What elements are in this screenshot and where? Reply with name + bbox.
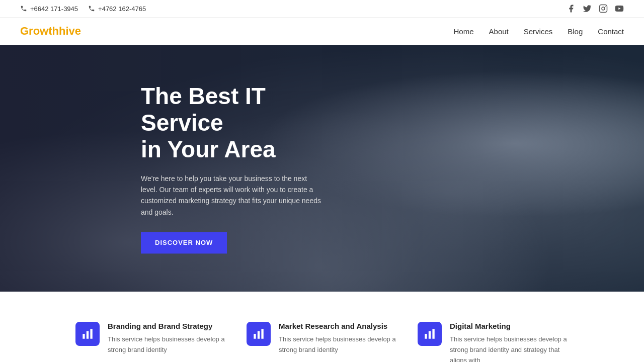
service-icon-research — [247, 322, 271, 346]
svg-point-1 — [602, 7, 605, 10]
phone-1-number: +6642 171-3945 — [30, 5, 78, 13]
service-card-research: Market Research and Analysis This servic… — [247, 322, 397, 362]
nav-links: Home About Services Blog Contact — [454, 27, 624, 36]
hero-title-line2: in Your Area — [141, 136, 276, 162]
nav-about[interactable]: About — [489, 27, 509, 36]
svg-rect-12 — [432, 329, 434, 339]
service-card-branding: Branding and Brand Strategy This service… — [75, 322, 226, 362]
service-desc-branding: This service helps businesses develop a … — [108, 334, 226, 355]
service-text-research: Market Research and Analysis This servic… — [279, 322, 397, 355]
logo-main: Growth — [20, 25, 59, 37]
topbar: +6642 171-3945 +4762 162-4765 — [0, 0, 644, 18]
hero-description: We're here to help you take your busines… — [141, 173, 322, 218]
phone-icon-2 — [88, 5, 95, 12]
service-desc-research: This service helps businesses develop a … — [279, 334, 397, 355]
bar-chart-icon-2 — [252, 327, 265, 340]
bar-chart-icon-3 — [423, 327, 436, 340]
hero-title-line1: The Best IT Service — [141, 83, 266, 136]
svg-rect-10 — [425, 334, 427, 339]
topbar-phones: +6642 171-3945 +4762 162-4765 — [20, 5, 146, 13]
service-title-branding: Branding and Brand Strategy — [108, 322, 226, 330]
social-links — [567, 4, 624, 13]
services-section: Branding and Brand Strategy This service… — [0, 292, 644, 362]
services-grid: Branding and Brand Strategy This service… — [70, 322, 574, 362]
service-card-digital: Digital Marketing This service helps bus… — [418, 322, 569, 362]
instagram-icon[interactable] — [599, 4, 608, 13]
logo[interactable]: Growthhive — [20, 25, 81, 38]
hero-section: The Best IT Service in Your Area We're h… — [0, 45, 644, 292]
service-desc-digital: This service helps businesses develop a … — [450, 334, 569, 362]
nav-contact[interactable]: Contact — [598, 27, 624, 36]
svg-point-2 — [605, 6, 606, 7]
service-title-research: Market Research and Analysis — [279, 322, 397, 330]
svg-rect-11 — [429, 331, 431, 339]
nav-home[interactable]: Home — [454, 27, 474, 36]
service-text-branding: Branding and Brand Strategy This service… — [108, 322, 226, 355]
svg-rect-9 — [261, 329, 263, 339]
logo-accent: hive — [59, 25, 81, 37]
phone-icon — [20, 5, 27, 12]
hero-title: The Best IT Service in Your Area — [141, 83, 342, 163]
svg-rect-4 — [83, 334, 85, 339]
service-text-digital: Digital Marketing This service helps bus… — [450, 322, 569, 362]
phone-2: +4762 162-4765 — [88, 5, 146, 13]
nav-services[interactable]: Services — [524, 27, 553, 36]
twitter-icon[interactable] — [583, 4, 592, 13]
service-title-digital: Digital Marketing — [450, 322, 569, 330]
discover-now-button[interactable]: DISCOVER NOW — [141, 232, 227, 254]
svg-rect-0 — [600, 5, 607, 13]
facebook-icon[interactable] — [567, 4, 576, 13]
svg-rect-6 — [90, 329, 92, 339]
youtube-icon[interactable] — [615, 4, 624, 13]
phone-1: +6642 171-3945 — [20, 5, 78, 13]
svg-rect-7 — [254, 334, 256, 339]
hero-content: The Best IT Service in Your Area We're h… — [141, 83, 342, 253]
service-icon-digital — [418, 322, 442, 346]
phone-2-number: +4762 162-4765 — [98, 5, 146, 13]
nav-blog[interactable]: Blog — [568, 27, 583, 36]
bar-chart-icon-1 — [81, 327, 94, 340]
svg-rect-5 — [87, 331, 89, 339]
service-icon-branding — [75, 322, 100, 346]
svg-rect-8 — [258, 331, 260, 339]
navbar: Growthhive Home About Services Blog Cont… — [0, 18, 644, 45]
